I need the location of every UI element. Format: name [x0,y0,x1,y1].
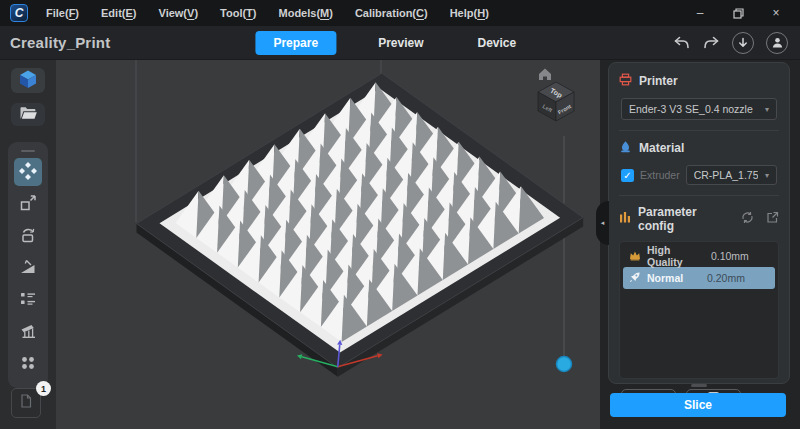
menu-item-v[interactable]: View(V) [159,7,199,19]
scale-button[interactable] [14,190,42,218]
tab-device[interactable]: Device [466,31,529,55]
preset-layer-height: 0.20mm [707,272,769,284]
scale-icon [18,193,38,216]
support-button[interactable] [14,318,42,346]
open-file-button[interactable] [11,103,45,126]
material-icon [619,140,632,156]
rotate-button[interactable] [14,222,42,250]
tab-preview[interactable]: Preview [366,31,435,55]
support-icon [18,321,38,344]
restore-icon[interactable] [730,5,746,21]
object-list-icon [18,289,38,312]
menubar: File(F)Edit(E)View(V)Tool(T)Models(M)Cal… [46,7,489,19]
header-actions [672,32,800,54]
printer-icon [619,73,632,89]
left-toolbar: 1 [0,60,56,429]
file-count-badge: 1 [36,381,51,396]
window-controls: – × [692,5,790,21]
material-select-value: CR-PLA_1.75 [694,169,759,181]
tab-prepare[interactable]: Prepare [255,31,336,55]
slice-button[interactable]: Slice [610,393,786,417]
menu-item-h[interactable]: Help(H) [450,7,489,19]
preset-layer-height: 0.10mm [711,250,769,262]
preset-name: Normal [647,272,683,284]
settings-panel: Printer Ender-3 V3 SE_0.4 nozzle ▾ Mater… [608,62,790,384]
titlebar: C File(F)Edit(E)View(V)Tool(T)Models(M)C… [0,0,800,26]
build-plate-scene[interactable]: TopLeftFront [56,60,600,429]
material-section-header: Material [619,140,779,156]
preset-row-high-quality[interactable]: High Quality0.10mm [623,245,775,267]
right-column: Printer Ender-3 V3 SE_0.4 nozzle ▾ Mater… [600,60,800,429]
parameter-icon [619,211,631,227]
minimize-icon[interactable]: – [692,5,708,21]
tool-group-grip[interactable] [21,150,35,152]
folder-icon [18,103,38,126]
divider [619,195,779,196]
menu-item-e[interactable]: Edit(E) [101,7,136,19]
caret-down-icon: ▾ [765,105,769,114]
arrange-button[interactable] [14,350,42,378]
page-title: Creality_Print [0,34,110,51]
parameter-section-header: Parameter config [619,205,779,233]
rocket-icon [629,269,641,287]
menu-item-t[interactable]: Tool(T) [220,7,256,19]
extruder-checkbox[interactable]: ✓ [621,169,634,182]
view-tabs: PreparePreviewDevice [255,26,528,59]
viewport-3d[interactable]: TopLeftFront [56,60,600,429]
printer-select-value: Ender-3 V3 SE_0.4 nozzle [629,103,753,115]
parameter-preset-list: High Quality0.10mmNormal0.20mm [619,241,779,379]
sync-icon[interactable] [741,211,754,227]
crown-icon [629,247,641,265]
export-icon[interactable] [766,211,779,227]
app-window: C File(F)Edit(E)View(V)Tool(T)Models(M)C… [0,0,800,429]
move-button[interactable] [14,158,42,186]
document-icon [18,393,34,413]
preset-name: High Quality [647,244,705,268]
divider [619,130,779,131]
add-model-icon [17,68,39,93]
lay-flat-button[interactable] [14,254,42,282]
caret-down-icon: ▾ [765,171,769,180]
arrange-icon [18,353,38,376]
material-section-title: Material [639,141,684,155]
undo-icon[interactable] [672,34,690,52]
download-icon[interactable] [732,32,754,54]
home-icon[interactable] [539,69,551,81]
nav-cube[interactable]: TopLeftFront [538,82,574,121]
panel-collapse-handle[interactable]: ◂ [596,201,609,245]
lay-flat-icon [18,257,38,280]
project-files-button[interactable]: 1 [11,388,45,418]
object-list-button[interactable] [14,286,42,314]
parameter-section-title: Parameter config [638,205,734,233]
menu-item-c[interactable]: Calibration(C) [355,7,428,19]
add-model-button[interactable] [11,68,45,93]
transform-tool-group [8,142,48,388]
header: Creality_Print PreparePreviewDevice [0,26,800,60]
menu-item-f[interactable]: File(F) [46,7,79,19]
main-content: 1 TopLeftFront Printer Ender-3 V3 SE_0.4… [0,60,800,429]
extruder-label: Extruder [640,169,680,181]
preset-row-normal[interactable]: Normal0.20mm [623,267,775,289]
redo-icon[interactable] [702,34,720,52]
extruder-row: ✓ Extruder CR-PLA_1.75 ▾ [621,165,777,185]
menu-item-m[interactable]: Models(M) [279,7,333,19]
printer-section-title: Printer [639,74,678,88]
app-logo-icon[interactable]: C [10,4,28,22]
printer-section-header: Printer [619,73,779,89]
panel-resize-grip[interactable] [691,384,707,387]
move-icon [18,161,38,184]
view-handle-dot[interactable] [557,357,572,372]
printer-select[interactable]: Ender-3 V3 SE_0.4 nozzle ▾ [621,98,777,120]
close-icon[interactable]: × [768,5,784,21]
material-select[interactable]: CR-PLA_1.75 ▾ [686,165,777,185]
rotate-icon [18,225,38,248]
user-icon[interactable] [766,32,788,54]
